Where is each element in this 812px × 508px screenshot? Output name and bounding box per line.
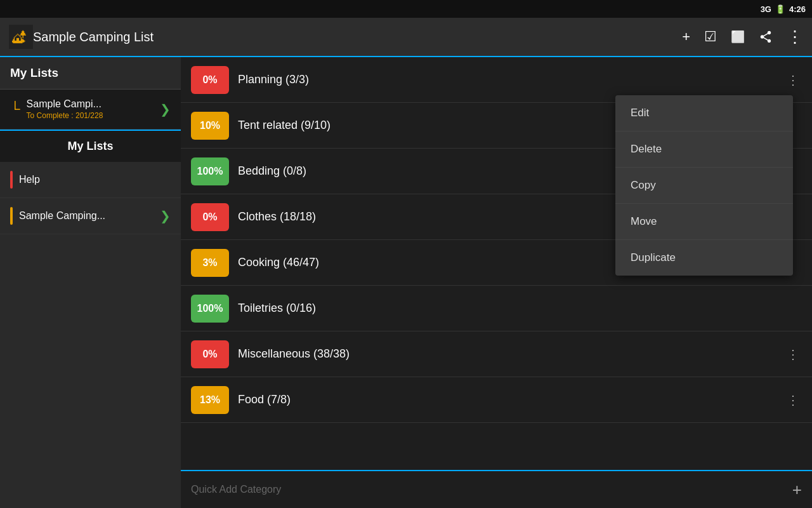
percent-badge: 0% xyxy=(191,340,229,368)
percent-badge: 0% xyxy=(191,203,229,231)
sidebar: My Lists └ Sample Campi... To Complete :… xyxy=(0,57,181,508)
quick-add-placeholder: Quick Add Category xyxy=(191,484,792,495)
more-icon[interactable]: ⋮ xyxy=(784,390,802,410)
category-name: Toiletries (0/16) xyxy=(238,302,802,315)
sidebar-item-text: Sample Campi... To Complete : 201/228 xyxy=(27,98,154,120)
app-bar-actions: + ☑ ⬜ ⋮ xyxy=(682,27,803,47)
category-row[interactable]: 13%Food (7/8)⋮ xyxy=(181,377,812,423)
battery-icon: 🔋 xyxy=(775,4,785,14)
context-menu-item-move[interactable]: Move xyxy=(615,204,793,240)
context-menu-item-duplicate[interactable]: Duplicate xyxy=(615,240,793,276)
add-button[interactable]: + xyxy=(682,29,690,45)
sidebar-top-my-lists: My Lists xyxy=(0,57,181,90)
percent-badge: 100% xyxy=(191,157,229,185)
more-icon[interactable]: ⋮ xyxy=(784,70,802,90)
category-name: Planning (3/3) xyxy=(238,73,775,86)
sidebar-chevron-icon: ❯ xyxy=(160,102,171,117)
sidebar-active-item[interactable]: └ Sample Campi... To Complete : 201/228 … xyxy=(0,90,181,130)
time-text: 4:26 xyxy=(789,4,806,14)
category-name: Food (7/8) xyxy=(238,393,775,406)
more-icon[interactable]: ⋮ xyxy=(784,344,802,364)
svg-text:🏕: 🏕 xyxy=(12,30,26,46)
percent-badge: 10% xyxy=(191,112,229,140)
context-menu-item-copy[interactable]: Copy xyxy=(615,168,793,204)
category-name: Miscellaneous (38/38) xyxy=(238,347,775,361)
share-button[interactable] xyxy=(759,30,773,44)
context-menu-item-delete[interactable]: Delete xyxy=(615,131,793,168)
sidebar-item-name: Sample Campi... xyxy=(27,98,154,110)
sidebar-orange-bar xyxy=(10,207,13,225)
sidebar-item-sub: To Complete : 201/228 xyxy=(27,111,154,120)
signal-text: 3G xyxy=(761,4,771,14)
percent-badge: 13% xyxy=(191,386,229,414)
sidebar-my-lists-button[interactable]: My Lists xyxy=(0,130,181,162)
status-bar: 3G 🔋 4:26 xyxy=(0,0,812,18)
sidebar-red-bar xyxy=(10,171,13,189)
percent-badge: 100% xyxy=(191,295,229,323)
app-bar: 🏕 Sample Camping List + ☑ ⬜ ⋮ xyxy=(0,18,812,57)
sidebar-help-label: Help xyxy=(19,174,40,185)
sidebar-help-item[interactable]: Help xyxy=(0,162,181,198)
quick-add-plus-button[interactable]: + xyxy=(792,480,802,500)
category-row[interactable]: 0%Miscellaneous (38/38)⋮ xyxy=(181,331,812,377)
context-menu-item-edit[interactable]: Edit xyxy=(615,95,793,131)
content-area: 0%Planning (3/3)⋮10%Tent related (9/10)1… xyxy=(181,57,812,508)
app-title: Sample Camping List xyxy=(33,30,682,44)
percent-badge: 0% xyxy=(191,66,229,94)
category-row[interactable]: 100%Toiletries (0/16) xyxy=(181,286,812,331)
sidebar-camping-chevron-icon: ❯ xyxy=(160,208,171,224)
sidebar-camping-item[interactable]: Sample Camping... ❯ xyxy=(0,198,181,234)
percent-badge: 3% xyxy=(191,249,229,277)
app-logo: 🏕 xyxy=(9,25,33,49)
sidebar-camping-label: Sample Camping... xyxy=(19,210,154,222)
check-button[interactable]: ☑ xyxy=(704,29,717,45)
context-menu: EditDeleteCopyMoveDuplicate xyxy=(615,95,793,276)
sidebar-arrow-icon: └ xyxy=(10,101,20,117)
overflow-menu-button[interactable]: ⋮ xyxy=(787,27,803,47)
quick-add-bar: Quick Add Category + xyxy=(181,470,812,508)
main-layout: My Lists └ Sample Campi... To Complete :… xyxy=(0,57,812,508)
stop-button[interactable]: ⬜ xyxy=(731,30,745,44)
